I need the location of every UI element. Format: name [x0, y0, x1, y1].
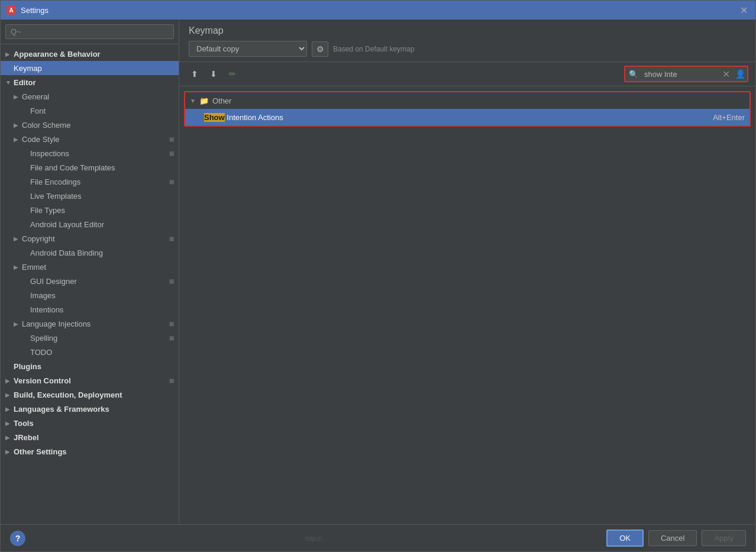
sidebar-item-label: Build, Execution, Deployment	[14, 390, 174, 399]
sidebar-item-live-templates[interactable]: Live Templates	[1, 189, 179, 203]
keymap-search-input[interactable]	[642, 68, 719, 80]
keymap-group-other-group: ▼📁OtherShow Intention ActionsAlt+Enter	[184, 91, 751, 127]
keymap-row-show-intention-actions[interactable]: Show Intention ActionsAlt+Enter	[185, 109, 749, 125]
settings-dialog: A Settings ✕ ▶Appearance & BehaviorKeyma…	[0, 0, 756, 552]
sidebar-item-label: Inspections	[30, 149, 167, 158]
sidebar-item-font[interactable]: Font	[1, 104, 179, 118]
sidebar-item-appearance-behavior[interactable]: ▶Appearance & Behavior	[1, 47, 179, 61]
arrow-icon: ▶	[14, 235, 22, 242]
sidebar-item-spelling[interactable]: Spelling⊞	[1, 331, 179, 345]
sidebar-item-label: Color Scheme	[22, 121, 174, 130]
sidebar-item-language-injections[interactable]: ▶Language Injections⊞	[1, 317, 179, 331]
sidebar-item-plugins[interactable]: Plugins	[1, 359, 179, 373]
cancel-button[interactable]: Cancel	[648, 530, 697, 546]
url-hint: http://...	[305, 535, 327, 542]
arrow-icon: ▶	[14, 264, 22, 270]
help-button[interactable]: ?	[10, 531, 25, 546]
panel-title: Keymap	[189, 25, 746, 36]
sidebar-item-label: Appearance & Behavior	[14, 50, 174, 59]
sidebar-item-label: Keymap	[14, 64, 174, 73]
keymap-search-area: 🔍 ✕ 👤	[624, 66, 748, 82]
sidebar-item-jrebel[interactable]: ▶JRebel	[1, 430, 179, 444]
apply-button[interactable]: Apply	[702, 530, 746, 546]
sidebar-item-gui-designer[interactable]: GUI Designer⊞	[1, 274, 179, 288]
sidebar-item-label: Code Style	[22, 135, 167, 144]
sidebar-item-copyright[interactable]: ▶Copyright⊞	[1, 231, 179, 246]
sidebar-item-label: Font	[30, 106, 174, 115]
right-panel: Keymap Default copyDefaultMac OS XMac OS…	[179, 20, 755, 524]
sidebar-item-images[interactable]: Images	[1, 288, 179, 302]
close-button[interactable]: ✕	[738, 4, 749, 16]
arrow-icon: ▶	[14, 122, 22, 128]
sidebar-item-file-types[interactable]: File Types	[1, 203, 179, 217]
keymap-row-label: Show Intention Actions	[204, 113, 713, 122]
gear-button[interactable]: ⚙	[312, 41, 328, 57]
sidebar-item-version-control[interactable]: ▶Version Control⊞	[1, 373, 179, 388]
sidebar-item-label: Version Control	[14, 376, 167, 385]
ok-button[interactable]: OK	[606, 530, 644, 547]
copy-icon: ⊞	[169, 179, 174, 185]
group-folder-icon: 📁	[199, 96, 209, 105]
sidebar-item-label: File Types	[30, 206, 174, 215]
sidebar-item-label: Other Settings	[14, 447, 174, 456]
keymap-toolbar: ⬆ ⬇ ✏ 🔍 ✕ 👤	[179, 62, 755, 86]
sidebar-item-label: Tools	[14, 419, 174, 428]
title-bar-left: A Settings	[7, 5, 49, 15]
sidebar-tree: ▶Appearance & BehaviorKeymap▼Editor▶Gene…	[1, 44, 179, 524]
arrow-icon: ▶	[5, 51, 14, 57]
sidebar-item-label: File Encodings	[30, 177, 167, 186]
keymap-group-header[interactable]: ▼📁Other	[185, 92, 749, 109]
sidebar-item-label: File and Code Templates	[30, 163, 174, 172]
sidebar-item-todo[interactable]: TODO	[1, 345, 179, 359]
expand-all-button[interactable]: ⬆	[186, 67, 203, 81]
sidebar-item-code-style[interactable]: ▶Code Style⊞	[1, 132, 179, 146]
sidebar-item-build-execution-deployment[interactable]: ▶Build, Execution, Deployment	[1, 388, 179, 402]
keymap-search-icon: 🔍	[625, 70, 642, 79]
sidebar-item-label: Intentions	[30, 305, 174, 314]
sidebar-item-android-data-binding[interactable]: Android Data Binding	[1, 246, 179, 260]
collapse-all-button[interactable]: ⬇	[205, 67, 222, 81]
arrow-icon: ▶	[14, 136, 22, 143]
sidebar-item-label: Plugins	[14, 362, 174, 371]
copy-icon: ⊞	[169, 150, 174, 157]
sidebar-item-other-settings[interactable]: ▶Other Settings	[1, 444, 179, 459]
sidebar-item-editor[interactable]: ▼Editor	[1, 75, 179, 89]
sidebar-item-keymap[interactable]: Keymap	[1, 61, 179, 75]
sidebar-item-label: TODO	[30, 348, 174, 357]
sidebar: ▶Appearance & BehaviorKeymap▼Editor▶Gene…	[1, 20, 179, 524]
sidebar-item-languages-frameworks[interactable]: ▶Languages & Frameworks	[1, 402, 179, 416]
dialog-title: Settings	[21, 6, 49, 15]
bottom-bar: ? http://... OK Cancel Apply	[1, 524, 755, 551]
sidebar-item-file-code-templates[interactable]: File and Code Templates	[1, 160, 179, 175]
sidebar-item-tools[interactable]: ▶Tools	[1, 416, 179, 430]
sidebar-item-label: Android Layout Editor	[30, 220, 174, 229]
sidebar-item-file-encodings[interactable]: File Encodings⊞	[1, 175, 179, 189]
sidebar-item-inspections[interactable]: Inspections⊞	[1, 146, 179, 160]
search-clear-button[interactable]: ✕	[719, 67, 733, 81]
panel-header: Keymap Default copyDefaultMac OS XMac OS…	[179, 20, 755, 62]
sidebar-item-emmet[interactable]: ▶Emmet	[1, 260, 179, 274]
search-person-button[interactable]: 👤	[733, 67, 747, 81]
sidebar-item-general[interactable]: ▶General	[1, 89, 179, 104]
title-bar: A Settings ✕	[1, 1, 755, 20]
sidebar-item-label: Spelling	[30, 334, 167, 343]
keymap-select[interactable]: Default copyDefaultMac OS XMac OS X 10.5…	[189, 41, 307, 57]
sidebar-item-color-scheme[interactable]: ▶Color Scheme	[1, 118, 179, 132]
arrow-icon: ▶	[5, 434, 14, 441]
arrow-icon: ▶	[5, 406, 14, 412]
sidebar-search-input[interactable]	[5, 24, 174, 39]
arrow-icon: ▶	[5, 392, 14, 398]
app-icon: A	[7, 5, 16, 15]
sidebar-item-android-layout-editor[interactable]: Android Layout Editor	[1, 217, 179, 231]
sidebar-item-intentions[interactable]: Intentions	[1, 302, 179, 317]
edit-shortcut-button[interactable]: ✏	[224, 67, 241, 81]
copy-icon: ⊞	[169, 136, 174, 143]
sidebar-item-label: Editor	[14, 78, 174, 87]
arrow-icon: ▶	[14, 93, 22, 100]
copy-icon: ⊞	[169, 377, 174, 384]
sidebar-item-label: General	[22, 92, 174, 101]
sidebar-item-label: Language Injections	[22, 319, 167, 328]
group-arrow-icon: ▼	[190, 98, 196, 104]
copy-icon: ⊞	[169, 335, 174, 341]
sidebar-item-label: Live Templates	[30, 192, 174, 201]
